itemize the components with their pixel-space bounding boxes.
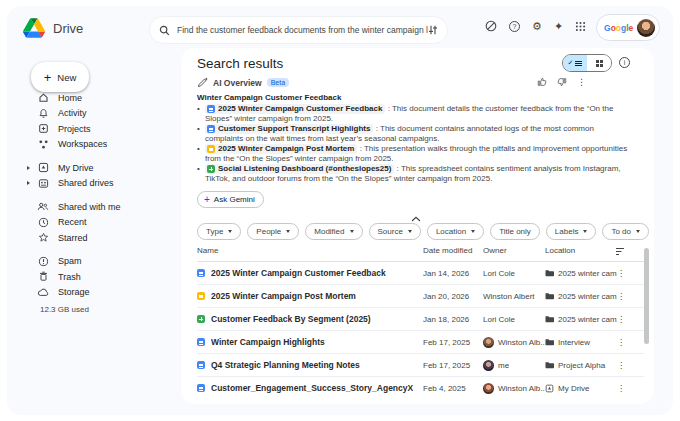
docs-icon — [197, 269, 205, 277]
owner-cell: Lori Cole — [483, 308, 545, 330]
file-row[interactable]: Customer_Engagement_Success_Story_Agency… — [197, 377, 644, 399]
thumbs-down-icon[interactable] — [557, 77, 567, 87]
filter-type[interactable]: Type — [197, 223, 241, 240]
search-bar[interactable]: Find the customer feedback documents fro… — [150, 17, 447, 43]
help-icon[interactable]: ? — [509, 21, 520, 32]
offline-status-icon[interactable] — [485, 20, 497, 32]
column-owner[interactable]: Owner — [483, 246, 507, 255]
filter-title-only[interactable]: Title only — [490, 223, 540, 240]
location-cell[interactable]: Interview — [545, 331, 617, 353]
folder-icon — [545, 269, 554, 277]
location-cell[interactable]: 2025 winter cam — [545, 285, 617, 307]
more-options-icon[interactable]: ⋮ — [615, 285, 627, 307]
sort-icon[interactable] — [615, 247, 625, 256]
search-input[interactable]: Find the customer feedback documents fro… — [177, 25, 428, 35]
search-icon — [159, 25, 170, 36]
ai-more-options-icon[interactable]: ⋮ — [577, 77, 586, 87]
sheets-icon — [207, 165, 215, 173]
ai-overview-header: AI Overview Beta ⋮ — [197, 77, 638, 88]
sidebar-item-workspaces[interactable]: Workspaces — [37, 137, 177, 153]
more-options-icon[interactable]: ⋮ — [615, 331, 627, 353]
more-options-icon[interactable]: ⋮ — [615, 377, 627, 399]
info-icon[interactable]: i — [619, 57, 630, 68]
user-avatar[interactable] — [637, 19, 655, 37]
apps-grid-icon[interactable] — [575, 21, 586, 32]
filter-location[interactable]: Location — [427, 223, 484, 240]
owner-cell: Winston Alb... — [483, 331, 545, 353]
chevron-down-icon — [583, 230, 587, 233]
location-cell[interactable]: Project Alpha — [545, 354, 617, 376]
ai-citation: 2025 Winter Campaign Customer Feedback :… — [197, 104, 629, 124]
list-view-button[interactable]: ✓ — [563, 55, 587, 71]
filter-to-do[interactable]: To do — [602, 223, 649, 240]
column-date-modified[interactable]: Date modified — [423, 246, 472, 255]
file-row[interactable]: Customer Feedback By Segment (2025) Jan … — [197, 308, 644, 331]
more-options-icon[interactable]: ⋮ — [615, 308, 627, 330]
sidebar-item-projects[interactable]: Projects — [37, 121, 177, 137]
location-cell[interactable]: My Drive — [545, 377, 617, 399]
star-icon — [37, 232, 49, 243]
projects-icon — [37, 123, 49, 134]
date-modified: Feb 17, 2025 — [423, 331, 483, 353]
file-row[interactable]: Q4 Strategic Planning Meeting Notes Feb … — [197, 354, 644, 377]
ai-summary-heading: Winter Campaign Customer Feedback — [197, 93, 341, 102]
sidebar-item-my-drive[interactable]: My Drive — [37, 160, 177, 176]
sidebar-item-shared-drives[interactable]: Shared drives — [37, 176, 177, 192]
filter-source[interactable]: Source — [369, 223, 421, 240]
account-pill[interactable]: Google — [596, 14, 660, 41]
advanced-search-icon[interactable] — [428, 25, 438, 35]
plus-icon: + — [204, 194, 210, 205]
grid-view-button[interactable] — [587, 55, 611, 71]
my-drive-icon — [37, 162, 49, 173]
column-location[interactable]: Location — [545, 246, 575, 255]
docs-icon — [197, 384, 205, 392]
ask-gemini-button[interactable]: + Ask Gemini — [197, 191, 264, 208]
folder-icon — [545, 292, 554, 300]
file-row[interactable]: 2025 Winter Campaign Customer Feedback J… — [197, 262, 644, 285]
expand-arrow-icon[interactable] — [27, 166, 30, 170]
docs-icon — [197, 338, 205, 346]
sidebar-item-spam[interactable]: Spam — [37, 254, 177, 270]
file-chip[interactable]: Customer Support Transcript Highlights — [205, 124, 373, 134]
file-row[interactable]: 2025 Winter Campaign Post Mortem Jan 20,… — [197, 285, 644, 308]
file-name: Winter Campaign Highlights — [211, 337, 325, 347]
filter-people[interactable]: People — [247, 223, 299, 240]
filter-labels[interactable]: Labels — [546, 223, 597, 240]
file-chip[interactable]: Social Listening Dashboard (#ontheslopes… — [205, 164, 394, 174]
more-options-icon[interactable]: ⋮ — [615, 262, 627, 284]
file-chip[interactable]: 2025 Winter Campaign Customer Feedback — [205, 104, 385, 114]
settings-gear-icon[interactable]: ⚙ — [532, 21, 542, 32]
sidebar-item-trash[interactable]: Trash — [37, 269, 177, 285]
clock-icon — [37, 217, 49, 228]
owner-avatar — [483, 360, 494, 371]
date-modified: Jan 14, 2026 — [423, 262, 483, 284]
sidebar-item-shared-with-me[interactable]: Shared with me — [37, 199, 177, 215]
my-drive-icon — [545, 384, 554, 393]
thumbs-up-icon[interactable] — [537, 77, 547, 87]
expand-arrow-icon[interactable] — [27, 181, 30, 185]
view-toggle: ✓ — [562, 54, 612, 72]
column-name[interactable]: Name — [197, 246, 218, 255]
file-chip[interactable]: 2025 Winter Campaign Post Mortem — [205, 144, 357, 154]
sidebar-item-starred[interactable]: Starred — [37, 230, 177, 246]
location-cell[interactable]: 2025 winter cam — [545, 262, 617, 284]
filter-modified[interactable]: Modified — [305, 223, 362, 240]
sidebar-item-activity[interactable]: Activity — [37, 106, 177, 122]
ai-citation: Social Listening Dashboard (#ontheslopes… — [197, 164, 629, 184]
new-button[interactable]: + New — [31, 62, 89, 92]
table-scrollbar[interactable] — [644, 248, 649, 344]
file-row[interactable]: Winter Campaign Highlights Feb 17, 2025 … — [197, 331, 644, 354]
pen-spark-icon — [197, 77, 208, 88]
sidebar-item-home[interactable]: Home — [37, 90, 177, 106]
more-options-icon[interactable]: ⋮ — [615, 354, 627, 376]
location-cell[interactable]: 2025 winter cam — [545, 308, 617, 330]
gemini-sparkle-icon[interactable]: ✦ — [554, 21, 563, 32]
sidebar-item-recent[interactable]: Recent — [37, 215, 177, 231]
chevron-down-icon — [286, 230, 290, 233]
ai-citation-list: 2025 Winter Campaign Customer Feedback :… — [197, 104, 629, 184]
owner-avatar — [483, 337, 494, 348]
beta-badge: Beta — [267, 78, 289, 87]
shared-drives-icon — [37, 178, 49, 189]
sidebar-item-storage[interactable]: Storage — [37, 285, 177, 301]
slides-icon — [197, 292, 205, 300]
